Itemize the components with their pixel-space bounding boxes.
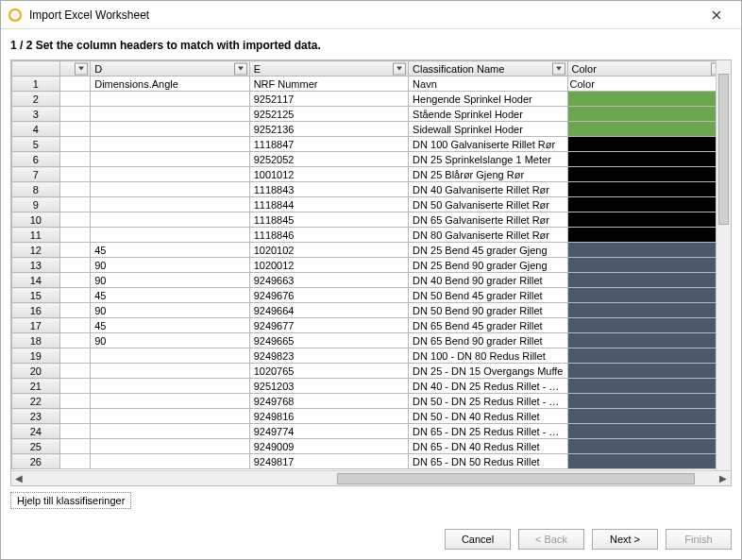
cell-blank[interactable] [59,394,90,409]
cell-e[interactable]: 9249665 [249,333,408,348]
cell-blank[interactable] [59,243,90,258]
close-button[interactable] [700,2,734,28]
cell-classification[interactable]: DN 65 Bend 45 grader Rillet [409,318,567,333]
cell-d[interactable] [91,137,249,152]
scroll-right-icon[interactable]: ▶ [716,472,731,485]
cell-blank[interactable] [59,122,90,137]
cell-classification[interactable]: DN 25 Blårør Gjeng Rør [409,167,567,182]
cell-d[interactable] [91,379,249,394]
cell-blank[interactable] [59,379,90,394]
cell-d[interactable] [91,212,249,228]
cell-d[interactable]: 45 [91,288,249,303]
cell-blank[interactable] [59,409,90,424]
cell-e[interactable]: 9249823 [249,348,408,364]
cell-e[interactable]: 1020102 [249,243,408,258]
cell-classification[interactable]: DN 65 - DN 25 Redus Rillet - Gj... [409,424,567,439]
cell-classification[interactable]: DN 65 - DN 40 Redus Rillet [409,439,567,454]
cell-blank[interactable] [59,303,90,318]
cell-d[interactable]: 90 [91,303,249,318]
cell-classification[interactable]: DN 50 - DN 40 Redus Rillet [409,409,567,424]
cell-e[interactable]: 9251203 [249,379,408,394]
cell-blank[interactable] [59,258,90,273]
cell-e[interactable]: 9249816 [249,409,408,424]
cell-color[interactable] [567,454,716,469]
cell-d[interactable] [91,348,249,364]
cell-color[interactable] [567,122,716,137]
mapping-cell-classification[interactable]: Navn [409,76,567,92]
cell-color[interactable] [567,424,716,439]
cell-d[interactable] [91,409,249,424]
cell-d[interactable] [91,454,249,469]
cell-d[interactable]: 90 [91,273,249,288]
cell-d[interactable] [91,107,249,122]
cell-d[interactable] [91,152,249,167]
cell-e[interactable]: 9249664 [249,303,408,318]
cell-blank[interactable] [59,182,90,197]
cell-color[interactable] [567,409,716,424]
help-classifications-button[interactable]: Hjelp till klassifiseringer [10,492,131,509]
cell-blank[interactable] [59,107,90,122]
cell-e[interactable]: 1118847 [249,137,408,152]
cell-color[interactable] [567,379,716,394]
cell-blank[interactable] [59,212,90,228]
cell-d[interactable]: 90 [91,333,249,348]
cell-classification[interactable]: DN 65 Galvaniserte Rillet Rør [409,212,567,228]
cell-e[interactable]: 9252117 [249,92,408,107]
cell-d[interactable] [91,182,249,197]
cell-color[interactable] [567,92,716,107]
scrollbar-thumb[interactable] [337,473,696,484]
mapping-cell-color[interactable] [567,76,716,92]
cell-color[interactable] [567,167,716,182]
cell-classification[interactable]: DN 65 Bend 90 grader Rillet [409,333,567,348]
cell-blank[interactable] [59,288,90,303]
cell-e[interactable]: 9249768 [249,394,408,409]
horizontal-scrollbar[interactable]: ◀ ▶ [11,470,731,485]
cell-color[interactable] [567,364,716,379]
cell-color[interactable] [567,273,716,288]
cell-e[interactable]: 9252136 [249,122,408,137]
cell-classification[interactable]: DN 50 - DN 25 Redus Rillet - Gj... [409,394,567,409]
next-button[interactable]: Next > [592,529,658,550]
cell-blank[interactable] [59,318,90,333]
cell-color[interactable] [567,318,716,333]
cell-blank[interactable] [59,454,90,469]
col-header-classification[interactable]: Classification Name [409,61,567,76]
cell-blank[interactable] [59,273,90,288]
cell-classification[interactable]: DN 100 - DN 80 Redus Rillet [409,348,567,364]
cell-e[interactable]: 1001012 [249,167,408,182]
cell-d[interactable] [91,197,249,212]
cell-e[interactable]: 9249677 [249,318,408,333]
scrollbar-track[interactable] [26,472,716,485]
cell-e[interactable]: 9249774 [249,424,408,439]
cell-classification[interactable]: DN 65 - DN 50 Redus Rillet [409,454,567,469]
cell-blank[interactable] [59,424,90,439]
cell-color[interactable] [567,333,716,348]
cell-blank[interactable] [59,439,90,454]
cell-e[interactable]: 1020765 [249,364,408,379]
col-header-color[interactable]: Color [567,61,716,76]
cell-blank[interactable] [59,364,90,379]
cell-d[interactable] [91,228,249,243]
cell-d[interactable]: 90 [91,258,249,273]
chevron-down-icon[interactable] [552,62,565,75]
col-header-rownum[interactable] [12,61,60,76]
cell-color[interactable] [567,243,716,258]
cell-color[interactable] [567,137,716,152]
mapping-cell-e[interactable]: NRF Nummer [249,76,408,92]
cell-d[interactable] [91,92,249,107]
cell-e[interactable]: 9249009 [249,439,408,454]
cell-color[interactable] [567,303,716,318]
cell-classification[interactable]: DN 25 Sprinkelslange 1 Meter [409,152,567,167]
scrollbar-thumb[interactable] [718,74,729,225]
cell-classification[interactable]: DN 50 Galvaniserte Rillet Rør [409,197,567,212]
cell-classification[interactable]: DN 50 Bend 90 grader Rillet [409,303,567,318]
cell-classification[interactable]: DN 25 Bend 45 grader Gjeng [409,243,567,258]
color-mapping-input[interactable] [568,76,716,91]
cell-classification[interactable]: Hengende Sprinkel Hoder [409,92,567,107]
cell-blank[interactable] [59,228,90,243]
cell-d[interactable] [91,122,249,137]
cell-e[interactable]: 1020012 [249,258,408,273]
cell-classification[interactable]: DN 100 Galvaniserte Rillet Rør [409,137,567,152]
col-header-d[interactable]: D [91,61,249,76]
cell-color[interactable] [567,182,716,197]
